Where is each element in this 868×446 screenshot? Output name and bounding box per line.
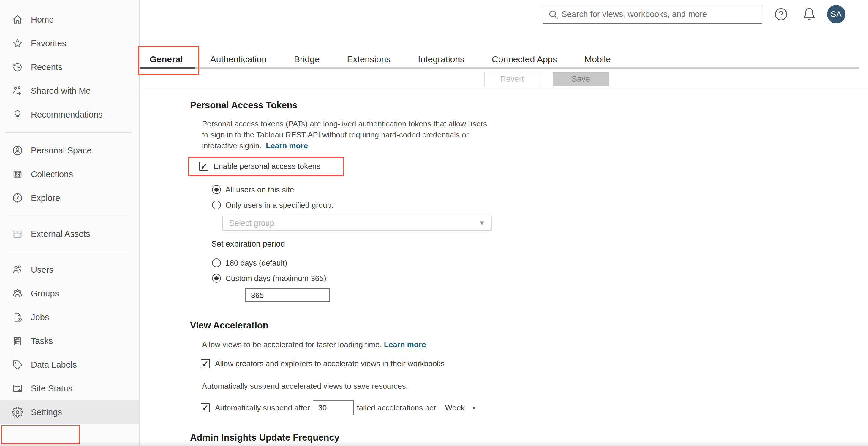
va-allow-label: Allow creators and explorers to accelera…	[215, 359, 444, 368]
radio-row-180-days: 180 days (default)	[212, 255, 523, 271]
tab-extensions[interactable]: Extensions	[337, 52, 401, 66]
sidebar-item-settings[interactable]: Settings	[0, 400, 139, 424]
tab-mobile[interactable]: Mobile	[574, 52, 621, 66]
search-input[interactable]	[562, 5, 757, 23]
group-select-placeholder: Select group	[229, 219, 274, 228]
sidebar-item-explore[interactable]: Explore	[0, 186, 139, 210]
sidebar: Home Favorites Recents Shared with Me Re…	[0, 0, 140, 446]
sidebar-item-collections[interactable]: Collections	[0, 162, 139, 186]
tab-integrations[interactable]: Integrations	[408, 52, 474, 66]
radio-row-custom-days: Custom days (maximum 365)	[212, 271, 523, 286]
gear-icon	[12, 407, 23, 418]
sidebar-item-label: Collections	[31, 169, 73, 179]
va-learn-more-link[interactable]: Learn more	[384, 340, 426, 349]
tab-bridge[interactable]: Bridge	[284, 52, 330, 66]
sidebar-item-personal-space[interactable]: Personal Space	[0, 139, 139, 162]
specified-group-radio[interactable]	[212, 201, 221, 209]
custom-days-label: Custom days (maximum 365)	[225, 274, 327, 283]
all-users-radio[interactable]	[212, 185, 221, 194]
user-avatar[interactable]: SA	[827, 5, 845, 24]
group-select-dropdown[interactable]: Select group ▼	[222, 216, 492, 231]
header-divider	[140, 88, 868, 89]
pat-learn-more-link[interactable]: Learn more	[266, 141, 308, 150]
suspend-label-before: Automatically suspend after	[215, 403, 310, 412]
compass-icon	[12, 192, 23, 204]
va-suspend-checkbox[interactable]: ✓	[201, 403, 210, 412]
notifications-bell-icon[interactable]	[802, 7, 816, 21]
period-dropdown[interactable]: Week ▾	[445, 403, 475, 412]
days-180-radio[interactable]	[212, 259, 221, 267]
radio-row-specified-group: Only users in a specified group:	[212, 197, 523, 213]
sidebar-item-label: Recommendations	[31, 110, 103, 119]
pat-section-title: Personal Access Tokens	[190, 100, 523, 111]
sidebar-item-users[interactable]: Users	[0, 258, 139, 282]
sidebar-item-label: Shared with Me	[31, 86, 91, 96]
sidebar-divider	[5, 216, 131, 216]
va-allow-row: ✓ Allow creators and explorers to accele…	[201, 359, 523, 368]
sidebar-item-label: Site Status	[31, 384, 72, 393]
chevron-down-icon: ▾	[472, 404, 475, 411]
revert-button[interactable]: Revert	[484, 72, 540, 87]
drawer-icon	[12, 228, 23, 239]
sidebar-item-shared-with-me[interactable]: Shared with Me	[0, 79, 139, 103]
sidebar-item-favorites[interactable]: Favorites	[0, 31, 139, 55]
settings-content: Personal Access Tokens Personal access t…	[190, 100, 523, 446]
settings-highlight-box	[1, 425, 80, 444]
star-icon	[12, 38, 23, 49]
tab-general[interactable]: General	[140, 52, 193, 66]
sidebar-divider	[5, 132, 131, 133]
shared-icon	[12, 85, 23, 97]
va-allow-checkbox[interactable]: ✓	[201, 359, 210, 368]
pat-enable-label: Enable personal access tokens	[214, 162, 320, 171]
period-value: Week	[445, 403, 465, 412]
search-icon	[548, 9, 559, 20]
pat-description: Personal access tokens (PATs) are long-l…	[202, 118, 489, 151]
suspend-label-after: failed accelerations per	[356, 403, 436, 412]
tab-underline-track	[140, 67, 859, 69]
sidebar-item-label: Explore	[31, 193, 60, 203]
sidebar-item-recents[interactable]: Recents	[0, 55, 139, 79]
va-description: Allow views to be accelerated for faster…	[202, 339, 523, 350]
chevron-down-icon: ▼	[479, 219, 485, 227]
sidebar-item-jobs[interactable]: Jobs	[0, 305, 139, 329]
sidebar-item-label: Settings	[31, 407, 62, 417]
sidebar-item-data-labels[interactable]: Data Labels	[0, 353, 139, 377]
all-users-label: All users on this site	[225, 185, 294, 194]
site-status-icon	[12, 383, 23, 394]
va-section-title: View Acceleration	[190, 320, 523, 331]
days-180-label: 180 days (default)	[225, 259, 287, 268]
sidebar-item-home[interactable]: Home	[0, 8, 139, 31]
checkmark-icon: ✓	[201, 163, 207, 170]
expiration-period-label: Set expiration period	[211, 239, 523, 249]
radio-row-all-users: All users on this site	[212, 182, 523, 197]
ai-section-title: Admin Insights Update Frequency	[190, 432, 523, 443]
jobs-icon	[12, 312, 23, 323]
pat-enable-checkbox[interactable]: ✓	[199, 162, 209, 171]
sidebar-item-recommendations[interactable]: Recommendations	[0, 103, 139, 127]
va-suspend-description: Automatically suspend accelerated views …	[202, 381, 523, 392]
sidebar-item-site-status[interactable]: Site Status	[0, 377, 139, 400]
sidebar-item-groups[interactable]: Groups	[0, 282, 139, 305]
sidebar-item-label: Users	[31, 265, 54, 275]
custom-days-input[interactable]	[245, 288, 330, 302]
checkmark-icon: ✓	[202, 360, 209, 368]
custom-days-radio[interactable]	[212, 274, 221, 283]
history-icon	[12, 61, 23, 73]
tasks-icon	[12, 335, 23, 347]
sidebar-item-label: Jobs	[31, 312, 49, 322]
tab-authentication[interactable]: Authentication	[200, 52, 277, 66]
sidebar-item-label: Groups	[31, 289, 59, 299]
failed-accelerations-input[interactable]	[313, 400, 354, 415]
va-suspend-row: ✓ Automatically suspend after failed acc…	[201, 400, 523, 415]
sidebar-item-label: Favorites	[31, 39, 66, 48]
tab-underline-active	[140, 67, 195, 69]
sidebar-item-label: External Assets	[31, 229, 90, 239]
help-icon[interactable]	[774, 7, 788, 21]
sidebar-item-tasks[interactable]: Tasks	[0, 329, 139, 353]
sidebar-item-label: Data Labels	[31, 360, 77, 370]
tab-connected-apps[interactable]: Connected Apps	[482, 52, 567, 66]
save-button[interactable]: Save	[553, 72, 609, 87]
sidebar-item-external-assets[interactable]: External Assets	[0, 222, 139, 246]
sidebar-item-label: Personal Space	[31, 146, 92, 156]
checkmark-icon: ✓	[202, 404, 209, 412]
